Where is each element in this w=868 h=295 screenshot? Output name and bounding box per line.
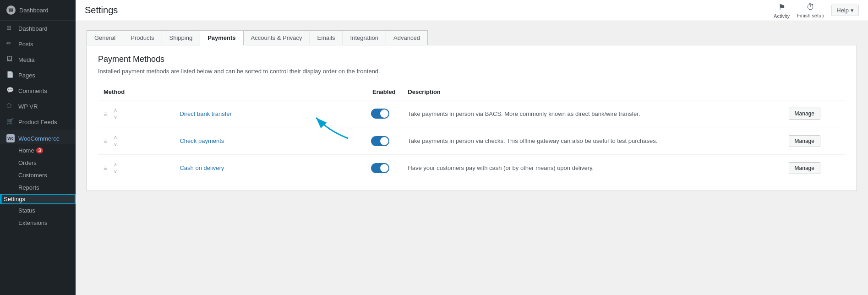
tab-integration[interactable]: Integration (343, 30, 386, 45)
tab-shipping[interactable]: Shipping (162, 30, 201, 45)
media-icon: 🖼 (6, 55, 15, 64)
finish-setup-button[interactable]: ⏱ Finish setup (797, 2, 824, 18)
table-row: ≡ ∧ ∨ Check payments (98, 127, 846, 154)
method-name-cell-1: Direct bank transfer (174, 100, 366, 127)
order-arrows-3: ∧ ∨ (113, 161, 118, 175)
sidebar-item-settings[interactable]: Settings (0, 194, 76, 204)
col-header-enabled: Enabled (366, 84, 402, 100)
drag-handle-1[interactable]: ≡ (104, 110, 108, 118)
tabs-container: General Products Shipping Payments Accou… (87, 30, 857, 45)
manage-cell-2: Manage (783, 127, 846, 154)
sidebar-item-product-feeds[interactable]: 🛒 Product Feeds (0, 114, 76, 130)
drag-cell-3: ≡ ∧ ∨ (98, 154, 174, 181)
method-link-2[interactable]: Check payments (180, 137, 224, 144)
woocommerce-icon: Wc (6, 134, 15, 142)
tab-products[interactable]: Products (123, 30, 162, 45)
toggle-cell-3 (366, 154, 402, 181)
content-area: General Products Shipping Payments Accou… (76, 21, 868, 295)
topbar-actions: ⚑ Activity ⏱ Finish setup Help ▾ (774, 2, 859, 19)
method-controls-2: ≡ ∧ ∨ (104, 134, 169, 148)
dashboard-icon: ⊞ (6, 24, 15, 33)
col-header-description: Description (402, 84, 783, 100)
move-up-3[interactable]: ∧ (113, 161, 118, 168)
move-up-1[interactable]: ∧ (113, 107, 118, 114)
sidebar-item-home[interactable]: Home 3 (0, 144, 76, 157)
panel-title: Payment Methods (98, 55, 846, 64)
sidebar-item-pages[interactable]: 📄 Pages (0, 67, 76, 83)
tab-emails[interactable]: Emails (310, 30, 343, 45)
move-up-2[interactable]: ∧ (113, 134, 118, 141)
manage-button-1[interactable]: Manage (789, 108, 820, 120)
chevron-down-icon: ▾ (851, 7, 854, 14)
tab-payments[interactable]: Payments (200, 30, 243, 45)
sidebar: W Dashboard ⊞ Dashboard ✏ Posts 🖼 Media … (0, 0, 76, 295)
col-header-actions (783, 84, 846, 100)
help-button[interactable]: Help ▾ (831, 5, 859, 16)
sidebar-logo[interactable]: W Dashboard (0, 0, 76, 21)
toggle-cell-2 (366, 127, 402, 154)
settings-panel: Payment Methods Installed payment method… (87, 45, 857, 191)
drag-cell-2: ≡ ∧ ∨ (98, 127, 174, 154)
sidebar-item-customers[interactable]: Customers (0, 169, 76, 181)
activity-button[interactable]: ⚑ Activity (774, 2, 790, 19)
sidebar-item-reports[interactable]: Reports (0, 181, 76, 194)
method-controls-3: ≡ ∧ ∨ (104, 161, 169, 175)
method-name-cell-3: Cash on delivery (174, 154, 366, 181)
flag-icon: ⚑ (778, 2, 786, 12)
move-down-1[interactable]: ∨ (113, 114, 118, 120)
toggle-3[interactable] (371, 163, 389, 173)
product-feeds-icon: 🛒 (6, 118, 15, 126)
toggle-2[interactable] (371, 136, 389, 146)
sidebar-item-extensions[interactable]: Extensions (0, 217, 76, 229)
order-arrows-1: ∧ ∨ (113, 107, 118, 120)
setup-icon: ⏱ (807, 2, 815, 12)
sidebar-item-dashboard[interactable]: ⊞ Dashboard (0, 21, 76, 36)
drag-handle-2[interactable]: ≡ (104, 137, 108, 145)
toggle-cell-1 (366, 100, 402, 127)
manage-button-3[interactable]: Manage (789, 162, 820, 174)
tab-advanced[interactable]: Advanced (386, 30, 428, 45)
col-header-method: Method (98, 84, 366, 100)
toggle-1[interactable] (371, 109, 389, 119)
sidebar-item-posts[interactable]: ✏ Posts (0, 36, 76, 52)
description-cell-1: Take payments in person via BACS. More c… (402, 100, 783, 127)
sidebar-item-orders[interactable]: Orders (0, 157, 76, 169)
move-down-3[interactable]: ∨ (113, 168, 118, 175)
description-cell-3: Have your customers pay with cash (or by… (402, 154, 783, 181)
method-link-1[interactable]: Direct bank transfer (180, 110, 231, 117)
method-controls-1: ≡ ∧ ∨ (104, 107, 169, 120)
wordpress-icon: W (6, 5, 16, 15)
panel-description: Installed payment methods are listed bel… (98, 68, 846, 75)
home-badge: 3 (36, 148, 44, 153)
dashboard-link[interactable]: Dashboard (19, 7, 49, 14)
manage-cell-1: Manage (783, 100, 846, 127)
drag-cell-1: ≡ ∧ ∨ (98, 100, 174, 127)
description-cell-2: Take payments in person via checks. This… (402, 127, 783, 154)
move-down-2[interactable]: ∨ (113, 141, 118, 148)
posts-icon: ✏ (6, 40, 15, 48)
sidebar-item-wp-vr[interactable]: ⬡ WP VR (0, 98, 76, 114)
tab-general[interactable]: General (87, 30, 123, 45)
table-row: ≡ ∧ ∨ Direct bank transfer (98, 100, 846, 127)
order-arrows-2: ∧ ∨ (113, 134, 118, 148)
tab-accounts-privacy[interactable]: Accounts & Privacy (243, 30, 310, 45)
method-name-cell-2: Check payments (174, 127, 366, 154)
sidebar-item-media[interactable]: 🖼 Media (0, 52, 76, 67)
drag-handle-3[interactable]: ≡ (104, 164, 108, 172)
topbar: Settings ⚑ Activity ⏱ Finish setup Help … (76, 0, 868, 21)
table-row: ≡ ∧ ∨ Cash on delivery (98, 154, 846, 181)
pages-icon: 📄 (6, 71, 15, 79)
manage-button-2[interactable]: Manage (789, 135, 820, 147)
comments-icon: 💬 (6, 87, 15, 95)
sidebar-nav: ⊞ Dashboard ✏ Posts 🖼 Media 📄 Pages 💬 Co… (0, 21, 76, 130)
main-content: Settings ⚑ Activity ⏱ Finish setup Help … (76, 0, 868, 295)
sidebar-item-comments[interactable]: 💬 Comments (0, 83, 76, 98)
sidebar-woocommerce-header[interactable]: Wc WooCommerce (0, 130, 76, 144)
payment-methods-table: Method Enabled Description (98, 84, 846, 181)
page-title: Settings (85, 5, 118, 16)
method-link-3[interactable]: Cash on delivery (180, 164, 224, 171)
sidebar-item-status[interactable]: Status (0, 204, 76, 217)
manage-cell-3: Manage (783, 154, 846, 181)
wp-vr-icon: ⬡ (6, 102, 15, 110)
